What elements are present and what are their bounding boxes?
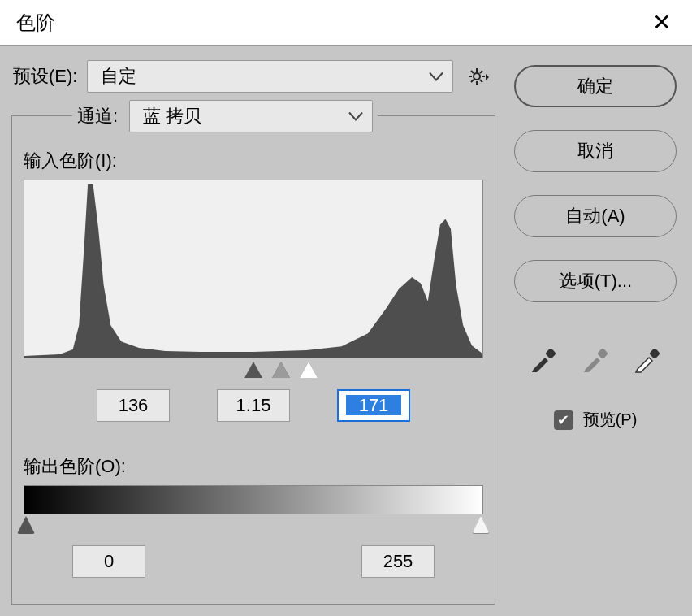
preset-settings-button[interactable] — [463, 67, 495, 86]
eyedropper-gray-icon[interactable] — [581, 345, 610, 378]
eyedropper-black-icon[interactable] — [529, 345, 558, 378]
output-slider-track[interactable] — [24, 516, 483, 537]
output-white-slider[interactable] — [472, 516, 490, 534]
svg-line-7 — [471, 80, 474, 82]
svg-line-6 — [480, 80, 482, 82]
svg-rect-10 — [597, 348, 608, 359]
preset-select[interactable]: 自定 — [87, 60, 453, 93]
output-black-field[interactable] — [72, 545, 145, 578]
eyedropper-white-icon[interactable] — [633, 345, 662, 378]
output-levels-label: 输出色阶(O): — [24, 454, 483, 479]
input-levels-label: 输入色阶(I): — [24, 149, 483, 173]
channel-value: 蓝 拷贝 — [143, 104, 201, 128]
input-gamma-slider[interactable] — [272, 362, 290, 378]
output-white-field[interactable] — [361, 545, 435, 578]
output-black-slider[interactable] — [17, 516, 35, 534]
input-white-field[interactable] — [337, 389, 410, 422]
gear-icon — [468, 67, 491, 86]
svg-line-5 — [471, 71, 474, 73]
cancel-button[interactable]: 取消 — [514, 130, 677, 172]
eyedropper-group — [529, 345, 662, 378]
ok-button[interactable]: 确定 — [514, 65, 677, 107]
preview-label: 预览(P) — [583, 409, 638, 431]
channel-select[interactable]: 蓝 拷贝 — [129, 100, 373, 132]
input-black-field[interactable] — [97, 389, 170, 422]
auto-button[interactable]: 自动(A) — [514, 195, 677, 237]
histogram — [24, 180, 483, 358]
preset-label: 预设(E): — [11, 64, 77, 89]
channel-label: 通道: — [77, 104, 118, 128]
preset-value: 自定 — [101, 64, 136, 89]
svg-line-8 — [480, 71, 482, 73]
svg-point-0 — [474, 73, 480, 80]
svg-rect-11 — [649, 348, 660, 359]
dialog-title: 色阶 — [16, 10, 55, 36]
svg-rect-9 — [545, 348, 556, 359]
input-white-slider[interactable] — [300, 362, 318, 378]
titlebar: 色阶 ✕ — [0, 0, 692, 46]
output-gradient — [24, 485, 483, 514]
close-icon[interactable]: ✕ — [647, 9, 676, 36]
input-black-slider[interactable] — [244, 362, 262, 378]
input-gamma-field[interactable] — [217, 389, 290, 422]
input-slider-track[interactable] — [24, 360, 483, 381]
options-button[interactable]: 选项(T)... — [514, 260, 677, 302]
preview-checkbox[interactable]: ✔ — [554, 410, 573, 430]
